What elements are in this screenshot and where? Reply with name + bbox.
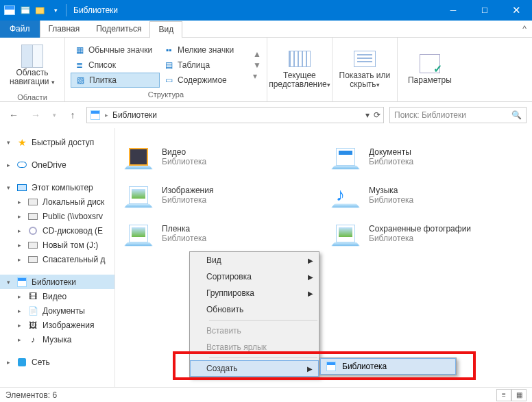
nav-lib-video[interactable]: ▸🎞Видео [0,289,114,303]
svg-rect-0 [21,7,29,14]
tab-file[interactable]: Файл [0,21,40,38]
context-submenu-create: Библиотека [319,357,457,375]
search-placeholder: Поиск: Библиотеки [394,110,466,120]
quick-access-toolbar: ▾ [19,4,62,16]
qat-dropdown-icon[interactable]: ▾ [49,4,62,16]
current-view-button[interactable]: Текущее представление▾ [273,43,326,95]
library-documents[interactable]: ДокументыБиблиотека [328,138,527,176]
documents-library-icon [330,143,361,171]
nav-cd-drive[interactable]: ▸CD-дисковод (E [0,223,114,238]
tab-view[interactable]: Вид [149,21,182,38]
camera-roll-library-icon [123,220,154,247]
status-bar: Элементов: 6 ≡ ▦ [0,387,532,402]
options-button[interactable]: Параметры [403,43,457,95]
tab-share[interactable]: Поделиться [88,21,149,38]
nav-history-dropdown[interactable]: ▾ [49,107,59,123]
navigation-pane-button[interactable]: Область навигации ▾ [5,40,59,92]
nav-this-pc[interactable]: ▾Этот компьютер [0,180,114,194]
nav-lib-music[interactable]: ▸♪Музыка [0,332,114,347]
nav-onedrive[interactable]: ▸OneDrive [0,158,114,172]
refresh-button[interactable]: ⟳ [374,110,380,120]
group-panes-label: Области [5,92,59,103]
nav-quick-access[interactable]: ▾★Быстрый доступ [0,135,114,149]
ctx-view[interactable]: Вид▶ [190,252,319,268]
library-video[interactable]: ВидеоБиблиотека [121,138,319,176]
music-library-icon: ♪ [330,181,361,209]
ribbon: Область навигации ▾ Области ▦Обычные зна… [0,38,532,102]
library-camera-roll[interactable]: ПленкаБиблиотека [121,214,319,253]
app-icon [4,5,15,15]
search-input[interactable]: Поиск: Библиотеки 🔍 [389,107,527,123]
ctx-refresh[interactable]: Обновить [190,301,319,318]
nav-forward-button[interactable]: → [27,107,44,123]
qat-newfolder-icon[interactable] [34,4,47,16]
nav-public-share[interactable]: ▸Public (\\vboxsrv [0,209,114,223]
group-layout-label: Структура [71,89,261,100]
layout-table[interactable]: ▤Таблица [160,58,249,73]
ctx-group[interactable]: Группировка▶ [190,285,319,301]
show-hide-label: Показать или скрыть [339,71,391,89]
window-title: Библиотеки [71,5,118,15]
layout-tile[interactable]: ▧Плитка [71,73,160,88]
ctx-paste: Вставить [190,323,319,339]
context-menu: Вид▶ Сортировка▶ Группировка▶ Обновить В… [189,251,319,377]
qat-properties-icon[interactable] [19,4,32,16]
ctx-create[interactable]: Создать▶ [190,360,319,377]
images-library-icon [123,181,154,209]
svg-rect-1 [36,8,44,14]
statusbar-details-view[interactable]: ≡ [496,389,511,401]
navigation-pane-label: Область навигации [10,68,49,86]
current-view-label: Текущее представление [269,71,326,89]
nav-up-button[interactable]: ↑ [64,107,81,123]
saved-pictures-library-icon [330,220,361,247]
close-button[interactable]: ✕ [500,0,532,21]
nav-lib-images[interactable]: ▸🖼Изображения [0,318,114,332]
video-library-icon [123,143,154,171]
search-icon: 🔍 [511,110,522,120]
content-area[interactable]: ВидеоБиблиотека ДокументыБиблиотека Изоб… [115,128,532,387]
submenu-create-library[interactable]: Библиотека [320,358,456,375]
ctx-paste-shortcut: Вставить ярлык [190,339,319,355]
maximize-button[interactable]: ☐ [469,0,500,21]
layout-scroll-up[interactable]: ▲ [253,49,261,59]
nav-local-disk[interactable]: ▸Локальный диск [0,194,114,209]
show-hide-button[interactable]: Показать или скрыть▾ [338,43,391,95]
layout-content[interactable]: ▭Содержимое [160,73,249,88]
layout-regular-icons[interactable]: ▦Обычные значки [71,42,160,58]
navigation-pane: ▾★Быстрый доступ ▸OneDrive ▾Этот компьют… [0,128,115,387]
layout-scroll-down[interactable]: ▼ [253,60,261,70]
library-saved-pictures[interactable]: Сохраненные фотографииБиблиотека [328,214,527,253]
library-icon [326,361,337,372]
ribbon-collapse-icon[interactable]: ^ [522,24,527,34]
options-label: Параметры [408,75,452,85]
nav-libraries[interactable]: ▾Библиотеки [0,275,114,289]
libraries-icon [90,110,101,121]
statusbar-icons-view[interactable]: ▦ [511,389,527,401]
tab-home[interactable]: Главная [40,21,88,38]
address-bar-row: ← → ▾ ↑ ▸ Библиотеки ▾ ⟳ Поиск: Библиоте… [0,102,532,128]
library-images[interactable]: ИзображенияБиблиотека [121,176,319,214]
breadcrumb[interactable]: Библиотеки [112,110,157,120]
address-bar[interactable]: ▸ Библиотеки ▾ ⟳ [86,107,384,123]
layout-expand[interactable]: ▾ [253,71,261,81]
titlebar: ▾ Библиотеки ─ ☐ ✕ [0,0,532,21]
minimize-button[interactable]: ─ [437,0,469,21]
nav-lib-docs[interactable]: ▸📄Документы [0,303,114,318]
library-music[interactable]: ♪ МузыкаБиблиотека [328,176,527,214]
ribbon-tabs: Файл Главная Поделиться Вид ^ [0,21,532,38]
ctx-sort[interactable]: Сортировка▶ [190,268,319,285]
nav-rescue-disk[interactable]: ▸Спасательный д [0,252,114,266]
status-item-count: Элементов: 6 [5,390,57,400]
layout-list[interactable]: ≣Список [71,58,160,73]
nav-new-volume[interactable]: ▸Новый том (J:) [0,238,114,252]
layout-small-icons[interactable]: ▪▪Мелкие значки [160,42,249,58]
nav-back-button[interactable]: ← [5,107,22,123]
address-dropdown-icon[interactable]: ▾ [365,110,370,120]
nav-network[interactable]: ▸Сеть [0,355,114,369]
